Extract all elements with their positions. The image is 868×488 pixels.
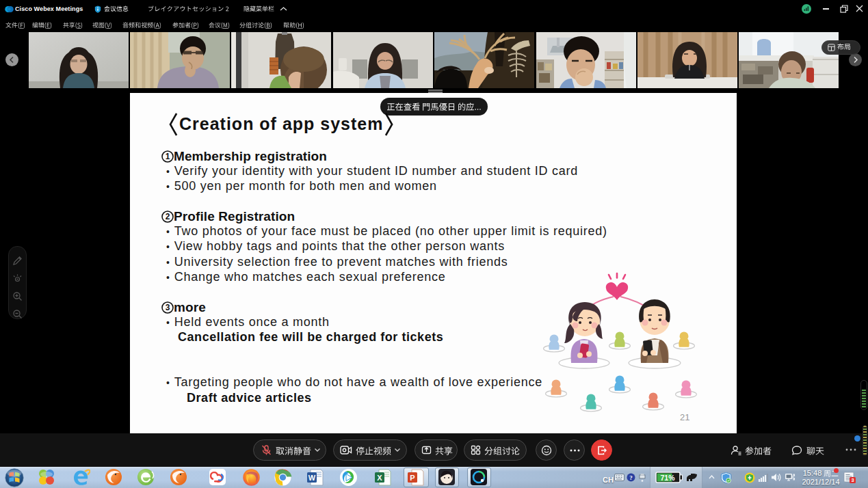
svg-text:X: X [377, 474, 382, 482]
svg-text:?: ? [629, 474, 633, 481]
svg-text:2: 2 [166, 212, 170, 221]
svg-text:3: 3 [851, 477, 854, 483]
svg-text:W: W [308, 474, 316, 482]
svg-text:3: 3 [166, 303, 170, 312]
svg-text:71%: 71% [660, 474, 675, 482]
svg-text:1: 1 [166, 152, 170, 161]
svg-text:P: P [410, 474, 415, 482]
